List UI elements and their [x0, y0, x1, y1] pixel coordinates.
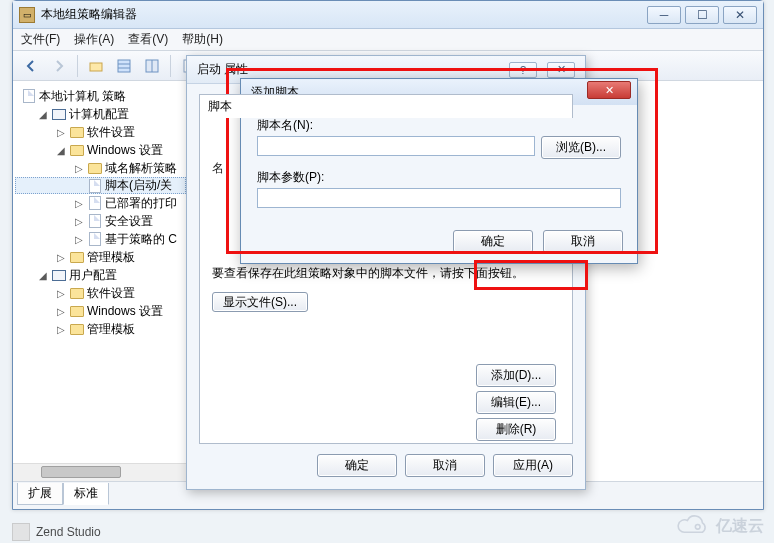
forward-button[interactable] — [47, 54, 71, 78]
tree-item-label: 脚本(启动/关 — [105, 177, 172, 194]
context-help-button[interactable]: ? — [509, 62, 537, 78]
doc-icon — [87, 179, 103, 193]
expand-icon[interactable]: ▷ — [55, 324, 67, 335]
tree-item[interactable]: ◢计算机配置 — [15, 105, 186, 123]
properties-close-button[interactable]: ✕ — [547, 62, 575, 78]
separator — [77, 55, 78, 77]
minimize-button[interactable]: ─ — [647, 6, 681, 24]
expand-icon[interactable]: ▷ — [55, 252, 67, 263]
folder-up-button[interactable] — [84, 54, 108, 78]
tree-item-label: Windows 设置 — [87, 142, 163, 159]
script-params-label: 脚本参数(P): — [257, 169, 621, 186]
tree-item-label: 计算机配置 — [69, 106, 129, 123]
script-name-input[interactable] — [257, 136, 535, 156]
folder-icon — [87, 161, 103, 175]
tree-item[interactable]: ▷管理模板 — [15, 320, 186, 338]
list-button[interactable] — [112, 54, 136, 78]
expand-icon[interactable]: ◢ — [55, 145, 67, 156]
menu-view[interactable]: 查看(V) — [128, 31, 168, 48]
doc-icon — [87, 214, 103, 228]
tree-root-label: 本地计算机 策略 — [39, 88, 126, 105]
tab-extended[interactable]: 扩展 — [17, 483, 63, 505]
tree-item[interactable]: ▷域名解析策略 — [15, 159, 186, 177]
tree-item[interactable]: ▷软件设置 — [15, 284, 186, 302]
doc-icon — [87, 196, 103, 210]
tree-item-label: 软件设置 — [87, 124, 135, 141]
tree-item[interactable]: ▷已部署的打印 — [15, 194, 186, 212]
titlebar[interactable]: ▭ 本地组策略编辑器 ─ ☐ ✕ — [13, 1, 763, 29]
expand-icon[interactable]: ▷ — [73, 198, 85, 209]
properties-tab-scripts[interactable]: 脚本 — [199, 94, 573, 118]
tree-item[interactable]: ◢用户配置 — [15, 266, 186, 284]
tree-item[interactable]: ▷安全设置 — [15, 212, 186, 230]
tree-item[interactable]: ▷基于策略的 C — [15, 230, 186, 248]
tab-standard[interactable]: 标准 — [63, 483, 109, 505]
tree-item[interactable]: ▷软件设置 — [15, 123, 186, 141]
tree-item-label: 域名解析策略 — [105, 160, 177, 177]
dialog-cancel-button[interactable]: 取消 — [543, 230, 623, 253]
list-header-name: 名 — [212, 130, 232, 177]
tree-root[interactable]: 本地计算机 策略 — [15, 87, 186, 105]
cloud-icon — [674, 515, 712, 537]
separator — [170, 55, 171, 77]
properties-ok-button[interactable]: 确定 — [317, 454, 397, 477]
close-button[interactable]: ✕ — [723, 6, 757, 24]
menu-help[interactable]: 帮助(H) — [182, 31, 223, 48]
expand-icon[interactable]: ▷ — [55, 306, 67, 317]
tree-item-label: 管理模板 — [87, 321, 135, 338]
svg-rect-0 — [90, 63, 102, 71]
menubar: 文件(F) 操作(A) 查看(V) 帮助(H) — [13, 29, 763, 51]
svg-rect-1 — [118, 60, 130, 72]
tree-item[interactable]: 脚本(启动/关 — [15, 177, 186, 194]
expand-icon[interactable]: ▷ — [55, 127, 67, 138]
maximize-button[interactable]: ☐ — [685, 6, 719, 24]
menu-action[interactable]: 操作(A) — [74, 31, 114, 48]
tree-item-label: 用户配置 — [69, 267, 117, 284]
watermark-text: 亿速云 — [716, 516, 764, 537]
dialog-ok-button[interactable]: 确定 — [453, 230, 533, 253]
remove-button[interactable]: 删除(R) — [476, 418, 556, 441]
expand-icon[interactable]: ▷ — [73, 216, 85, 227]
menu-file[interactable]: 文件(F) — [21, 31, 60, 48]
properties-title: 启动 属性 — [197, 61, 248, 78]
pc-icon — [51, 268, 67, 282]
tree-pane: 本地计算机 策略 ◢计算机配置▷软件设置◢Windows 设置▷域名解析策略脚本… — [13, 81, 189, 481]
tree-item-label: Windows 设置 — [87, 303, 163, 320]
script-name-label: 脚本名(N): — [257, 117, 621, 134]
add-button[interactable]: 添加(D)... — [476, 364, 556, 387]
taskbar-item[interactable]: Zend Studio — [12, 523, 101, 541]
app-icon: ▭ — [19, 7, 35, 23]
tree-item-label: 基于策略的 C — [105, 231, 177, 248]
tree-horizontal-scrollbar[interactable] — [13, 463, 188, 481]
expand-icon[interactable]: ▷ — [73, 163, 85, 174]
properties-cancel-button[interactable]: 取消 — [405, 454, 485, 477]
expand-icon[interactable]: ▷ — [73, 234, 85, 245]
properties-apply-button[interactable]: 应用(A) — [493, 454, 573, 477]
folder-icon — [69, 304, 85, 318]
pc-icon — [51, 107, 67, 121]
expand-icon[interactable]: ◢ — [37, 109, 49, 120]
taskbar-icon — [12, 523, 30, 541]
tree-item-label: 已部署的打印 — [105, 195, 177, 212]
watermark: 亿速云 — [674, 515, 764, 537]
tree-item[interactable]: ▷Windows 设置 — [15, 302, 186, 320]
properties-help-text: 要查看保存在此组策略对象中的脚本文件，请按下面按钮。 — [212, 265, 560, 282]
dialog-close-button[interactable]: ✕ — [587, 81, 631, 99]
expand-icon[interactable]: ◢ — [37, 270, 49, 281]
edit-button[interactable]: 编辑(E)... — [476, 391, 556, 414]
detail-button[interactable] — [140, 54, 164, 78]
back-button[interactable] — [19, 54, 43, 78]
browse-button[interactable]: 浏览(B)... — [541, 136, 621, 159]
folder-icon — [69, 322, 85, 336]
folder-icon — [69, 125, 85, 139]
script-params-input[interactable] — [257, 188, 621, 208]
tree-item[interactable]: ◢Windows 设置 — [15, 141, 186, 159]
tree-item-label: 安全设置 — [105, 213, 153, 230]
window-title: 本地组策略编辑器 — [41, 6, 643, 23]
expand-icon[interactable]: ▷ — [55, 288, 67, 299]
policy-icon — [21, 89, 37, 103]
show-files-button[interactable]: 显示文件(S)... — [212, 292, 308, 312]
taskbar-label: Zend Studio — [36, 525, 101, 539]
folder-icon — [69, 250, 85, 264]
tree-item[interactable]: ▷管理模板 — [15, 248, 186, 266]
